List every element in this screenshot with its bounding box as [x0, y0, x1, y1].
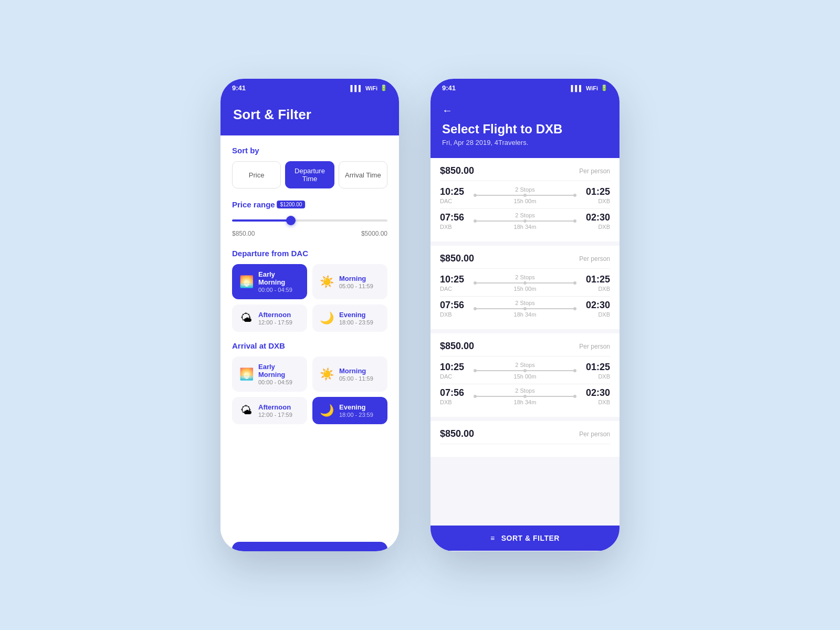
stops-1-2: 2 Stops: [515, 212, 534, 218]
depart-place-1-1: DAC: [440, 198, 468, 204]
dep-early-morning-card[interactable]: 🌅 Early Morning 00:00 - 04:59: [232, 264, 307, 299]
arr-afternoon-range: 12:00 - 17:59: [258, 412, 292, 418]
back-button[interactable]: ←: [442, 104, 608, 117]
per-person-1: Per person: [579, 167, 610, 175]
depart-time-1-2: 07:56: [440, 212, 468, 223]
flight-line-1-1: [474, 194, 576, 197]
sort-buttons-group: Price Departure Time Arrival Time: [232, 161, 387, 188]
arr-early-morning-range: 00:00 - 04:59: [258, 379, 300, 385]
arr-evening-icon: 🌙: [320, 404, 334, 417]
arrive-info-1-2: 02:30 DXB: [582, 212, 610, 230]
arr-afternoon-card[interactable]: 🌤 Afternoon 12:00 - 17:59: [232, 397, 307, 424]
duration-1-2: 18h 34m: [514, 224, 537, 230]
flight-middle-1-1: 2 Stops 15h 00m: [468, 186, 582, 204]
dep-early-morning-icon: 🌅: [239, 275, 253, 289]
flight-header: ← Select Flight to DXB Fri, Apr 28 2019,…: [430, 96, 620, 158]
stops-3-1: 2 Stops: [515, 362, 534, 368]
arr-evening-label: Evening: [339, 403, 373, 411]
flight-line-3-1: [474, 369, 576, 372]
flight-middle-3-1: 2 Stops 15h 00m: [468, 362, 582, 380]
flight-card-2[interactable]: $850.00 Per person 10:25 DAC 2 Stops 15h…: [430, 246, 620, 329]
dep-early-morning-range: 00:00 - 04:59: [258, 287, 300, 293]
flight-list: $850.00 Per person 10:25 DAC 2 Stops 15h…: [430, 158, 620, 526]
arr-evening-range: 18:00 - 23:59: [339, 412, 373, 418]
flight-middle-1-2: 2 Stops 18h 34m: [468, 212, 582, 230]
dep-morning-card[interactable]: ☀️ Morning 05:00 - 11:59: [312, 264, 387, 299]
depart-time-3-1: 10:25: [440, 362, 468, 373]
duration-2-1: 15h 00m: [514, 286, 537, 292]
flight-card-4[interactable]: $850.00 Per person: [430, 421, 620, 457]
stops-1-1: 2 Stops: [515, 186, 534, 193]
wifi-icon: WiFi: [365, 85, 377, 91]
arrive-place-3-2: DXB: [582, 399, 610, 405]
price-range-label: Price range: [232, 200, 387, 209]
depart-place-3-2: DXB: [440, 399, 468, 405]
depart-place-2-1: DAC: [440, 286, 468, 292]
sort-filter-phone: 9:41 ▌▌▌ WiFi 🔋 Sort & Filter Sort by Pr…: [220, 79, 399, 551]
dep-afternoon-card[interactable]: 🌤 Afternoon 12:00 - 17:59: [232, 304, 307, 332]
depart-info-2-2: 07:56 DXB: [440, 300, 468, 318]
arrive-place-1-2: DXB: [582, 224, 610, 230]
dep-evening-card[interactable]: 🌙 Evening 18:00 - 23:59: [312, 304, 387, 332]
duration-1-1: 15h 00m: [514, 198, 537, 204]
flight-price-3: $850.00: [440, 341, 474, 352]
battery-icon-right: 🔋: [601, 85, 608, 91]
flight-header-title: Select Flight to DXB: [442, 122, 608, 136]
flight-leg-1-1: 10:25 DAC 2 Stops 15h 00m 01:25 DXB: [440, 186, 610, 204]
arrive-place-3-1: DXB: [582, 373, 610, 380]
flight-price-2: $850.00: [440, 253, 474, 264]
flight-card-1[interactable]: $850.00 Per person 10:25 DAC 2 Stops 15h…: [430, 158, 620, 242]
sort-price-button[interactable]: Price: [232, 161, 281, 188]
dep-afternoon-text: Afternoon 12:00 - 17:59: [258, 311, 292, 326]
flight-leg-2-2: 07:56 DXB 2 Stops 18h 34m 02:30 DXB: [440, 300, 610, 318]
departure-label: Departure from DAC: [232, 249, 387, 258]
sort-arrival-button[interactable]: Arrival Time: [339, 161, 387, 188]
arr-afternoon-text: Afternoon 12:00 - 17:59: [258, 403, 292, 418]
flight-price-row-4: $850.00 Per person: [440, 428, 610, 444]
depart-time-2-2: 07:56: [440, 300, 468, 311]
slider-thumb[interactable]: [286, 216, 296, 225]
price-max: $5000.00: [361, 230, 387, 237]
departure-time-grid: 🌅 Early Morning 00:00 - 04:59 ☀️ Morning…: [232, 264, 387, 332]
dep-evening-label: Evening: [339, 311, 373, 319]
duration-2-2: 18h 34m: [514, 311, 537, 318]
depart-info-3-2: 07:56 DXB: [440, 387, 468, 405]
sort-filter-title: Sort & Filter: [233, 107, 386, 123]
status-time-left: 9:41: [232, 84, 246, 92]
flight-card-3[interactable]: $850.00 Per person 10:25 DAC 2 Stops 15h…: [430, 333, 620, 417]
arr-morning-card[interactable]: ☀️ Morning 05:00 - 11:59: [312, 356, 387, 392]
slider-track: [232, 219, 387, 222]
price-labels: $850.00 $5000.00: [232, 230, 387, 237]
arrive-info-3-1: 01:25 DXB: [582, 362, 610, 380]
dep-morning-icon: ☀️: [320, 275, 334, 289]
arr-early-morning-icon: 🌅: [239, 368, 253, 381]
sort-filter-button-label: SORT & FILTER: [501, 534, 560, 542]
dep-afternoon-label: Afternoon: [258, 311, 292, 319]
sort-filter-bar[interactable]: ≡ SORT & FILTER: [430, 526, 620, 551]
duration-3-2: 18h 34m: [514, 399, 537, 405]
arrive-info-1-1: 01:25 DXB: [582, 186, 610, 204]
arrive-place-1-1: DXB: [582, 198, 610, 204]
depart-info-3-1: 10:25 DAC: [440, 362, 468, 380]
sort-departure-button[interactable]: Departure Time: [285, 161, 334, 188]
stops-3-2: 2 Stops: [515, 387, 534, 394]
arr-evening-card[interactable]: 🌙 Evening 18:00 - 23:59: [312, 397, 387, 424]
flight-line-3-2: [474, 395, 576, 398]
sort-by-label: Sort by: [232, 146, 387, 155]
signal-icon-right: ▌▌▌: [571, 85, 583, 91]
price-slider[interactable]: $1200.00: [232, 215, 387, 226]
flight-leg-1-2: 07:56 DXB 2 Stops 18h 34m 02:30 DXB: [440, 212, 610, 230]
flight-header-subtitle: Fri, Apr 28 2019, 4Travelers.: [442, 139, 608, 146]
done-button[interactable]: DONE: [232, 542, 387, 551]
arr-early-morning-card[interactable]: 🌅 Early Morning 00:00 - 04:59: [232, 356, 307, 392]
flight-leg-3-1: 10:25 DAC 2 Stops 15h 00m 01:25 DXB: [440, 362, 610, 380]
per-person-2: Per person: [579, 255, 610, 262]
price-min: $850.00: [232, 230, 255, 237]
depart-time-2-1: 10:25: [440, 274, 468, 285]
status-icons-right: ▌▌▌ WiFi 🔋: [571, 85, 608, 91]
arrive-info-2-2: 02:30 DXB: [582, 300, 610, 318]
per-person-3: Per person: [579, 343, 610, 350]
sort-filter-header: Sort & Filter: [220, 96, 399, 135]
dep-morning-text: Morning 05:00 - 11:59: [339, 275, 373, 289]
depart-place-3-1: DAC: [440, 373, 468, 380]
